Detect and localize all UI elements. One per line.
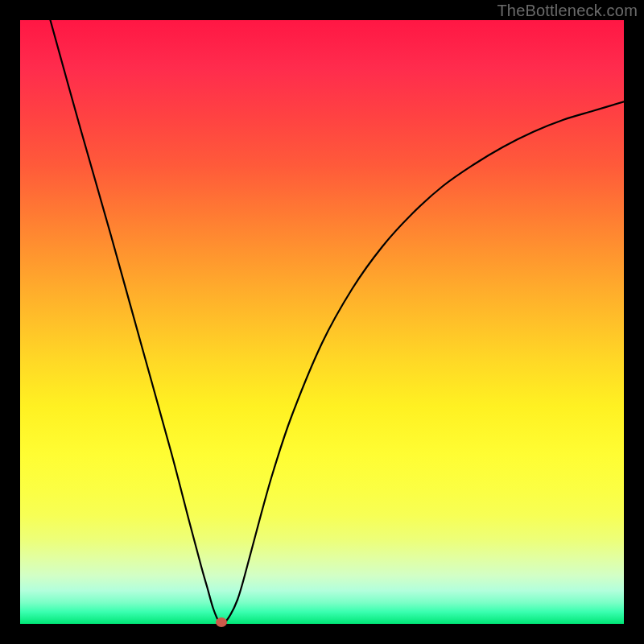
chart-container: TheBottleneck.com (0, 0, 644, 644)
plot-area (20, 20, 624, 624)
curve-svg (20, 20, 624, 624)
optimum-marker (216, 617, 227, 627)
watermark-text: TheBottleneck.com (497, 2, 638, 20)
bottleneck-curve (51, 20, 625, 624)
